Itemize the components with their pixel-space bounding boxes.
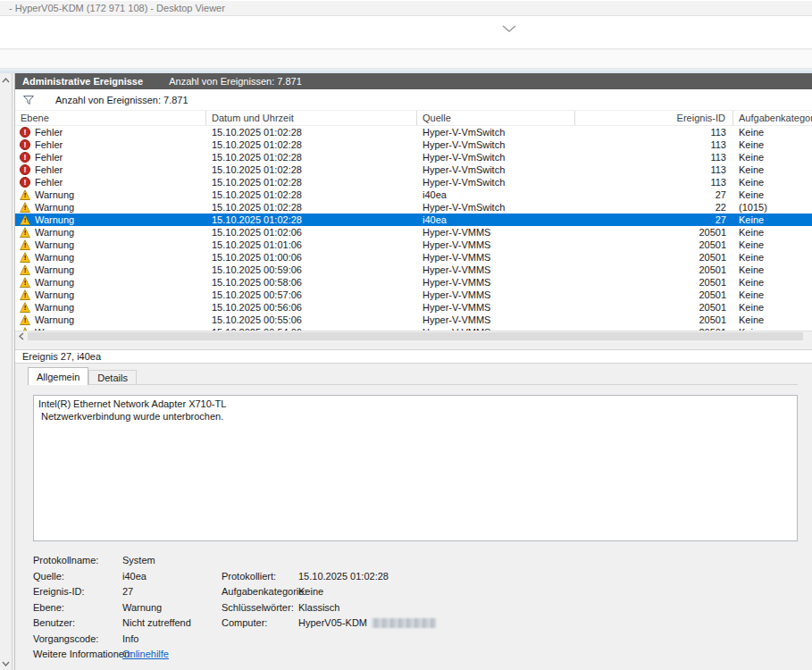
chevron-down-icon [2,661,10,666]
level-label: Warnung [35,201,74,214]
table-row[interactable]: ! Warnung 15.10.2025 01:01:06 Hyper-V-VM… [15,239,812,251]
chevron-left-icon [19,332,24,340]
scroll-up-button[interactable] [0,74,12,86]
event-category: Keine [733,176,812,188]
table-row[interactable]: ! Fehler 15.10.2025 01:02:28 Hyper-V-VmS… [15,151,812,163]
event-category: Keine [733,163,812,176]
event-source: Hyper-V-VMMS [417,251,575,264]
field-value: System [122,555,155,565]
detail-row: Protokollname: System [33,555,798,566]
event-source: Hyper-V-VmSwitch [417,163,575,176]
event-id: 20501 [575,289,733,301]
event-category: Keine [733,214,812,226]
level-icon: ! [20,227,30,238]
column-header-ereignis-id[interactable]: Ereignis-ID [575,111,733,125]
level-label: Fehler [35,163,63,176]
level-icon: ! [20,189,30,200]
table-row[interactable]: ! Warnung 15.10.2025 01:00:06 Hyper-V-VM… [15,251,812,264]
event-category: Keine [733,276,812,289]
event-description-box[interactable]: Intel(R) Ethernet Network Adapter X710-T… [33,395,798,541]
event-table-header: EbeneDatum und UhrzeitQuelleEreignis-IDA… [15,111,812,126]
level-icon: ! [20,177,30,188]
table-row[interactable]: ! Warnung 15.10.2025 00:56:06 Hyper-V-VM… [15,301,812,314]
field-value: Warnung [122,602,162,613]
event-source: i40ea [417,188,575,201]
level-label: Warnung [35,301,74,314]
viewer-toolbar [0,16,812,49]
table-row[interactable]: ! Warnung 15.10.2025 01:02:28 i40ea 27 K… [15,188,812,201]
level-label: Fehler [35,151,63,163]
table-row[interactable]: ! Fehler 15.10.2025 01:02:28 Hyper-V-VmS… [15,138,812,151]
level-icon: ! [20,314,30,325]
level-label: Warnung [35,214,74,226]
scroll-down-button[interactable] [0,657,12,669]
event-category: Keine [733,264,812,276]
field-label: Protokollname: [33,555,98,565]
onlinehilfe-link[interactable]: Onlinehilfe [122,649,169,659]
detail-row: Weitere Informationen: Onlinehilfe [33,649,798,660]
panel-event-count: Anzahl von Ereignissen: 7.871 [169,76,302,87]
column-header-ebene[interactable]: Ebene [15,111,206,125]
event-date: 15.10.2025 00:56:06 [206,301,417,314]
level-label: Warnung [35,264,74,276]
table-row[interactable]: ! Warnung 15.10.2025 00:57:06 Hyper-V-VM… [15,289,812,301]
level-icon: ! [20,214,30,225]
event-category: (1015) [733,201,812,214]
left-vertical-scrollbar[interactable] [0,73,13,670]
event-category: Keine [733,289,812,301]
event-id: 20501 [575,239,733,251]
column-header-aufgabenkategorie[interactable]: Aufgabenkategorie [733,111,812,125]
horizontal-scrollbar[interactable] [15,331,812,341]
table-row[interactable]: ! Warnung 15.10.2025 00:59:06 Hyper-V-VM… [15,264,812,276]
event-category: Keine [733,151,812,163]
event-date: 15.10.2025 01:01:06 [206,239,417,251]
field-label: Ereignis-ID: [33,586,84,597]
level-label: Warnung [35,289,74,301]
field-value: Onlinehilfe [122,649,169,659]
detail-row: Vorgangscode: Info [33,633,798,645]
event-date: 15.10.2025 00:59:06 [206,264,417,276]
field-value: 27 [122,586,133,597]
event-category: Keine [733,126,812,138]
column-header-quelle[interactable]: Quelle [417,111,575,125]
table-row[interactable]: ! Warnung 15.10.2025 00:58:06 Hyper-V-VM… [15,276,812,289]
redacted-text [372,618,436,628]
scroll-left-button[interactable] [15,331,27,341]
event-category: Keine [733,226,812,239]
event-id: 113 [575,176,733,188]
pane-splitter[interactable] [15,341,812,349]
table-row[interactable]: ! Warnung 15.10.2025 01:02:28 i40ea 27 K… [15,214,812,226]
field-value-2: HyperV05-KDM [298,617,436,628]
horizontal-scrollbar-thumb[interactable] [28,332,803,340]
field-label-2: Schlüsselwörter: [222,602,294,613]
detail-row: Quelle: i40ea Protokolliert: 15.10.2025 … [33,571,798,582]
event-source: Hyper-V-VmSwitch [417,176,575,188]
column-header-datum-und-uhrzeit[interactable]: Datum und Uhrzeit [206,111,417,125]
toolbar-collapse-button[interactable] [497,20,522,38]
event-date: 15.10.2025 01:02:28 [206,176,417,188]
event-source: Hyper-V-VMMS [417,226,575,239]
table-row[interactable]: ! Warnung 15.10.2025 01:02:28 Hyper-V-Vm… [15,201,812,214]
events-panel-header: Administrative Ereignisse Anzahl von Ere… [15,73,812,89]
event-date: 15.10.2025 00:55:06 [206,314,417,326]
table-row[interactable]: ! Fehler 15.10.2025 01:02:28 Hyper-V-VmS… [15,176,812,188]
field-value-2: 15.10.2025 01:02:28 [298,571,389,582]
tab-details[interactable]: Details [88,370,137,385]
level-icon: ! [20,139,30,150]
table-row[interactable]: ! Fehler 15.10.2025 01:02:28 Hyper-V-VmS… [15,163,812,176]
event-category: Keine [733,239,812,251]
event-date: 15.10.2025 00:57:06 [206,289,417,301]
window-titlebar: - HyperV05-KDM (172 971 108) - Desktop V… [0,0,812,16]
table-row[interactable]: ! Fehler 15.10.2025 01:02:28 Hyper-V-VmS… [15,126,812,138]
table-row[interactable]: ! Warnung 15.10.2025 00:55:06 Hyper-V-VM… [15,314,812,326]
tab-allgemein[interactable]: Allgemein [28,367,88,385]
event-id: 22 [575,201,733,214]
detail-row: Ebene: Warnung Schlüsselwörter: Klassisc… [33,602,798,614]
level-icon: ! [20,277,30,288]
desktop-viewer-window: - HyperV05-KDM (172 971 108) - Desktop V… [0,0,812,670]
table-row[interactable]: ! Warnung 15.10.2025 01:02:06 Hyper-V-VM… [15,226,812,239]
event-id: 27 [575,188,733,201]
event-detail-title: Ereignis 27, i40ea [15,349,812,364]
event-source: i40ea [417,214,575,226]
event-category: Keine [733,188,812,201]
